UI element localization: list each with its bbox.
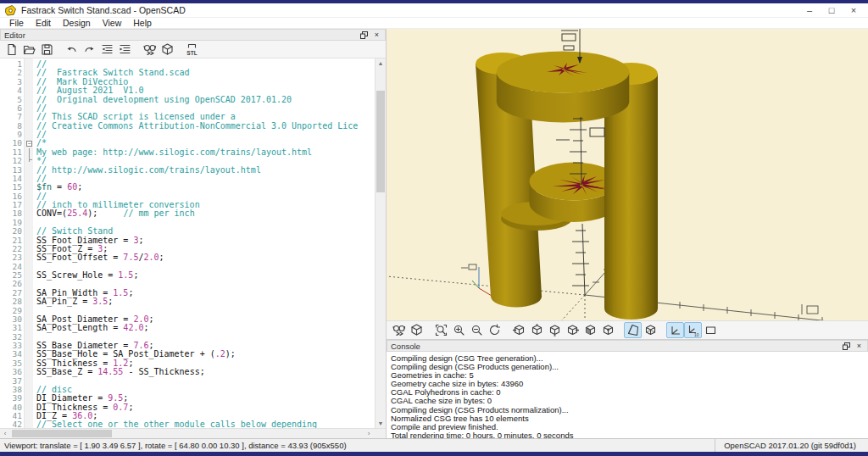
title-bar[interactable]: Fastrack Switch Stand.scad - OpenSCAD – … xyxy=(0,3,868,18)
minimize-button[interactable]: – xyxy=(798,3,821,17)
menu-help[interactable]: Help xyxy=(127,18,158,28)
fold-cell xyxy=(25,263,33,271)
fold-cell xyxy=(25,403,33,412)
toolbar-separator xyxy=(134,49,141,50)
view-top-button[interactable] xyxy=(528,322,546,338)
toolbar-separator xyxy=(426,330,432,331)
close-button[interactable]: × xyxy=(843,3,865,17)
fold-cell xyxy=(25,78,33,86)
view-bottom-icon xyxy=(548,324,561,336)
code-lines[interactable]: //// Fastrack Switch Stand.scad// Mark D… xyxy=(33,58,375,428)
view-right-icon xyxy=(513,324,526,336)
line-number: 12 xyxy=(0,157,22,165)
fold-cell xyxy=(25,104,33,113)
reset-view-icon xyxy=(488,324,501,336)
preview-button[interactable] xyxy=(390,322,408,338)
view-all-button[interactable] xyxy=(432,322,450,338)
toolbar-separator xyxy=(176,49,183,50)
viewport-3d[interactable]: x xyxy=(387,29,868,320)
view-top-icon xyxy=(531,324,543,336)
bottom-taskbar-strip xyxy=(0,452,868,456)
fold-cell xyxy=(25,219,33,227)
view-diagonal-button[interactable] xyxy=(581,322,599,338)
zoom-in-button[interactable] xyxy=(450,322,468,338)
redo-icon xyxy=(83,43,96,56)
orthogonal-button[interactable] xyxy=(642,322,659,338)
unindent-button[interactable] xyxy=(98,42,116,58)
fold-cell xyxy=(25,166,33,175)
show-axes-button[interactable] xyxy=(666,322,684,338)
fold-cell xyxy=(25,253,33,262)
render-button[interactable] xyxy=(408,322,426,338)
editor-horizontal-scrollbar[interactable]: ‹ › xyxy=(0,428,386,438)
scroll-right-arrow[interactable]: › xyxy=(364,429,374,438)
menu-edit[interactable]: Edit xyxy=(30,18,57,28)
menu-view[interactable]: View xyxy=(97,18,128,28)
export-stl-icon: STL xyxy=(186,43,198,56)
view-bottom-button[interactable] xyxy=(546,322,564,338)
fold-cell xyxy=(25,420,33,428)
reset-view-button[interactable] xyxy=(486,322,504,338)
console-float-icon[interactable] xyxy=(842,342,851,351)
undo-icon xyxy=(65,43,78,56)
view-center-button[interactable] xyxy=(599,322,617,338)
maximize-button[interactable]: □ xyxy=(821,3,843,17)
editor-toolbar: STL xyxy=(0,41,386,58)
scroll-up-arrow[interactable]: ▲ xyxy=(376,58,386,68)
fold-collapse-icon[interactable]: − xyxy=(26,141,32,147)
fold-cell xyxy=(25,245,33,253)
code-line: SS_Screw_Hole = 1.5; xyxy=(36,271,375,280)
editor-panel-header: Editor × xyxy=(0,29,386,41)
undo-button[interactable] xyxy=(63,42,81,58)
open-button[interactable] xyxy=(20,42,38,58)
line-number: 36 xyxy=(0,368,22,376)
scroll-down-arrow[interactable]: ▼ xyxy=(376,419,386,428)
export-stl-button[interactable]: STL xyxy=(183,42,201,58)
editor-vertical-scrollbar[interactable]: ▲ ▼ xyxy=(375,58,386,428)
toolbar-separator xyxy=(617,330,624,331)
svg-text:10: 10 xyxy=(694,333,699,337)
fold-margin[interactable]: − xyxy=(24,58,33,428)
code-area[interactable]: 1234567891011121314151617181920212223242… xyxy=(0,58,386,428)
fold-cell xyxy=(25,333,33,342)
fold-cell xyxy=(25,192,33,201)
render-button[interactable] xyxy=(159,42,176,58)
code-line: SA_Post_Length = 42.0; xyxy=(36,324,375,332)
menu-design[interactable]: Design xyxy=(57,18,97,28)
menu-file[interactable]: File xyxy=(3,18,30,28)
view-right-button[interactable] xyxy=(510,322,528,338)
code-line: SS_Base_Z = 14.55 - SS_Thickness; xyxy=(36,368,375,376)
editor-close-icon[interactable]: × xyxy=(372,31,381,40)
code-line: // http://www.silogic.com/trains/layout.… xyxy=(36,166,375,175)
preview-button[interactable] xyxy=(141,42,159,58)
fold-cell xyxy=(25,412,33,420)
fold-cell xyxy=(25,157,33,165)
new-file-button[interactable] xyxy=(3,42,20,58)
code-line: CONV=(25.4); // mm per inch xyxy=(36,209,375,218)
fold-cell xyxy=(25,386,33,394)
editor-float-icon[interactable] xyxy=(359,31,369,40)
fold-cell xyxy=(25,60,33,69)
line-number: 28 xyxy=(0,298,22,306)
line-number: 20 xyxy=(0,227,22,236)
code-line: // Switch Stand xyxy=(36,227,375,236)
view-all-icon xyxy=(435,324,448,336)
fold-cell xyxy=(25,69,33,77)
scroll-left-arrow[interactable]: ‹ xyxy=(0,429,10,438)
show-scale-markers-button[interactable]: 10 xyxy=(684,322,702,338)
horizontal-scroll-thumb[interactable] xyxy=(12,430,112,437)
view-left-button[interactable] xyxy=(564,322,581,338)
save-button[interactable] xyxy=(38,42,56,58)
show-edges-button[interactable] xyxy=(702,322,720,338)
redo-button[interactable] xyxy=(81,42,98,58)
zoom-out-button[interactable] xyxy=(468,322,486,338)
open-icon xyxy=(23,43,36,56)
openscad-window: Fastrack Switch Stand.scad - OpenSCAD – … xyxy=(0,0,868,456)
indent-button[interactable] xyxy=(116,42,134,58)
vertical-scroll-thumb[interactable] xyxy=(376,91,385,192)
fold-cell xyxy=(25,359,33,368)
editor-panel-buttons: × xyxy=(359,31,381,40)
fold-cell xyxy=(25,324,33,332)
perspective-button[interactable] xyxy=(624,322,642,338)
console-close-icon[interactable]: × xyxy=(854,342,864,351)
